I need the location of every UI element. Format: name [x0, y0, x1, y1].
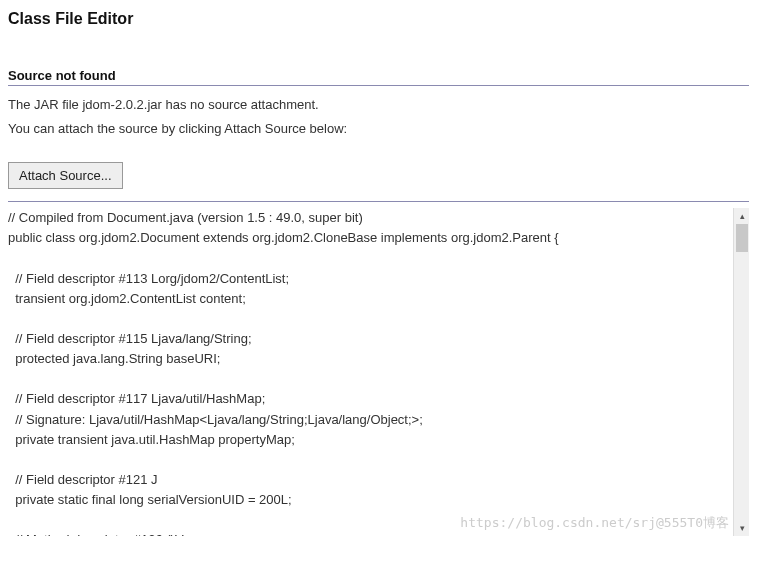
source-not-found-heading: Source not found: [8, 68, 749, 83]
info-line-1: The JAR file jdom-2.0.2.jar has no sourc…: [8, 94, 749, 116]
scrollbar-down-arrow-icon[interactable]: ▾: [734, 520, 750, 536]
vertical-scrollbar[interactable]: ▴ ▾: [733, 208, 749, 536]
code-container: // Compiled from Document.java (version …: [8, 208, 749, 536]
scrollbar-up-arrow-icon[interactable]: ▴: [734, 208, 750, 224]
attach-source-button[interactable]: Attach Source...: [8, 162, 123, 189]
editor-title: Class File Editor: [8, 10, 749, 28]
info-line-2: You can attach the source by clicking At…: [8, 118, 749, 140]
scrollbar-thumb[interactable]: [736, 224, 748, 252]
divider-bottom: [8, 201, 749, 202]
divider-top: [8, 85, 749, 86]
decompiled-code-area[interactable]: // Compiled from Document.java (version …: [8, 208, 749, 536]
